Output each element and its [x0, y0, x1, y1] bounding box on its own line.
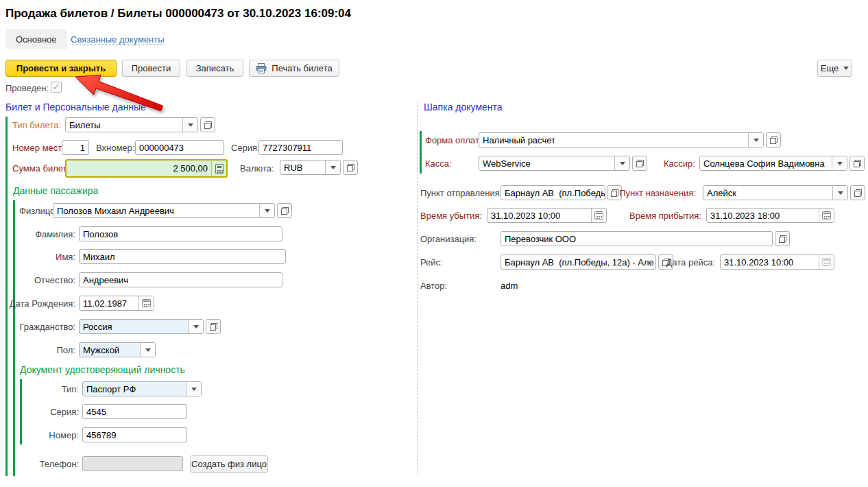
chevron-down-icon — [843, 67, 849, 70]
gender-combo[interactable]: Мужской — [79, 342, 156, 357]
dropdown-icon[interactable] — [325, 161, 340, 174]
more-button[interactable]: Еще — [817, 60, 852, 77]
calculator-icon[interactable] — [211, 161, 226, 176]
ticket-series-label: Серия: — [231, 143, 260, 153]
doc-number-input[interactable]: 456789 — [82, 427, 187, 442]
tab-related-documents[interactable]: Связанные документы — [71, 34, 165, 45]
doc-series-input[interactable]: 4545 — [82, 404, 187, 419]
dropdown-icon[interactable] — [614, 156, 629, 170]
currency-open-button[interactable] — [343, 160, 358, 175]
route-label: Рейс: — [420, 257, 443, 268]
print-ticket-label: Печать билета — [272, 63, 332, 73]
doc-type-combo[interactable]: Паспорт РФ — [82, 381, 202, 396]
person-open-button[interactable] — [277, 203, 292, 218]
currency-combo[interactable]: RUB — [280, 160, 341, 175]
section-id-doc: Документ удостоверяющий личность — [20, 364, 185, 375]
last-name-input[interactable]: Полозов — [79, 226, 282, 241]
birth-date-label: Дата Рождения: — [7, 298, 75, 309]
currency-label: Валюта: — [240, 163, 274, 174]
create-person-button[interactable]: Создать физ лицо — [190, 455, 268, 473]
calendar-icon[interactable] — [138, 296, 154, 310]
ticket-type-combo[interactable]: Билеты — [65, 117, 198, 132]
in-number-value: 000000473 — [136, 141, 224, 154]
ticket-type-open-button[interactable] — [200, 117, 215, 132]
seat-label: Номер места: — [12, 143, 69, 153]
middle-name-label: Отчество: — [24, 275, 75, 285]
printer-icon — [256, 63, 267, 73]
doc-series-label: Серия: — [31, 407, 79, 417]
organization-label: Организация: — [420, 234, 477, 244]
doc-header-accent-bar — [420, 131, 422, 174]
tab-main[interactable]: Основное — [5, 29, 67, 49]
doc-number-value: 456789 — [83, 428, 186, 442]
doc-number-label: Номер: — [31, 430, 79, 440]
phone-value — [83, 457, 182, 471]
dropdown-icon[interactable] — [832, 156, 847, 170]
ticket-series-input[interactable]: 7727307911 — [258, 140, 343, 155]
gender-label: Пол: — [7, 345, 75, 355]
dropdown-icon[interactable] — [832, 186, 847, 200]
in-number-label: Вхномер: — [96, 143, 134, 153]
save-button[interactable]: Записать — [186, 60, 243, 77]
open-icon — [347, 164, 354, 171]
cashier-combo[interactable]: Солнцева София Вадимовна — [699, 156, 847, 171]
departure-point-input[interactable]: Барнаул АВ (пл.Победы, — [501, 185, 605, 200]
middle-name-input[interactable]: Андреевич — [79, 272, 282, 287]
cash-desk-label: Касса: — [425, 158, 452, 169]
post-button[interactable]: Провести — [122, 60, 180, 77]
route-date-input[interactable]: 31.10.2023 10:00 — [720, 254, 834, 270]
first-name-label: Имя: — [24, 252, 75, 262]
first-name-value: Михаил — [80, 250, 285, 263]
ticket-type-label: Тип билета: — [12, 120, 61, 130]
route-date-label: Дата рейса: — [612, 257, 715, 268]
calendar-icon-disabled — [819, 255, 834, 269]
dropdown-icon[interactable] — [259, 204, 274, 217]
section-doc-header: Шапка документа — [424, 102, 503, 112]
departure-time-input[interactable]: 31.10.2023 10:00 — [487, 208, 607, 223]
calendar-icon[interactable] — [819, 209, 834, 222]
cash-desk-open-button[interactable] — [632, 156, 647, 171]
column-divider — [417, 102, 418, 475]
person-label: Физлицо: — [19, 206, 58, 216]
dropdown-icon[interactable] — [182, 118, 197, 132]
destination-point-combo[interactable]: Алейск — [703, 185, 848, 200]
doc-type-value: Паспорт РФ — [83, 382, 186, 396]
first-name-input[interactable]: Михаил — [79, 249, 286, 264]
arrival-time-label: Время прибытия: — [599, 211, 701, 221]
payment-form-open-button[interactable] — [766, 132, 781, 147]
seat-input[interactable]: 1 — [62, 140, 89, 155]
citizenship-combo[interactable]: Россия — [79, 319, 204, 334]
cashier-open-button[interactable] — [849, 156, 865, 171]
citizenship-value: Россия — [80, 320, 188, 333]
destination-point-open-button[interactable] — [850, 185, 865, 200]
phone-input — [82, 456, 183, 471]
cash-desk-combo[interactable]: WebService — [479, 156, 630, 171]
organization-input[interactable]: Перевозчик ООО — [501, 231, 773, 246]
section-accent-bar — [5, 117, 8, 476]
in-number-input[interactable]: 000000473 — [135, 140, 224, 155]
arrival-time-input[interactable]: 31.10.2023 18:00 — [706, 208, 834, 223]
departure-point-label: Пункт отправления: — [420, 188, 502, 198]
citizenship-open-button[interactable] — [206, 319, 221, 334]
amount-input[interactable]: 2 500,00 — [65, 159, 228, 178]
open-icon — [779, 235, 786, 243]
departure-point-value: Барнаул АВ (пл.Победы, — [501, 186, 605, 200]
dropdown-icon[interactable] — [748, 133, 763, 147]
dropdown-icon[interactable] — [186, 382, 201, 396]
payment-form-combo[interactable]: Наличный расчет — [479, 132, 764, 147]
seat-value: 1 — [62, 141, 88, 154]
dropdown-icon[interactable] — [140, 343, 155, 357]
print-ticket-button[interactable]: Печать билета — [249, 60, 339, 77]
author-label: Автор: — [420, 281, 447, 291]
open-icon — [770, 136, 777, 144]
person-value: Полозов Михаил Андреевич — [53, 204, 259, 217]
organization-open-button[interactable] — [775, 231, 790, 246]
birth-date-input[interactable]: 11.02.1987 — [79, 296, 154, 311]
posted-checkbox[interactable]: ✓ — [51, 82, 62, 93]
post-and-close-button[interactable]: Провести и закрыть — [5, 60, 117, 77]
ticket-sale-form: Продажа билетов / Билеты 000000473 от 30… — [0, 0, 868, 487]
organization-value: Перевозчик ООО — [501, 232, 772, 246]
dropdown-icon[interactable] — [188, 320, 203, 333]
person-combo[interactable]: Полозов Михаил Андреевич — [53, 203, 275, 218]
cashier-value: Солнцева София Вадимовна — [700, 156, 832, 170]
